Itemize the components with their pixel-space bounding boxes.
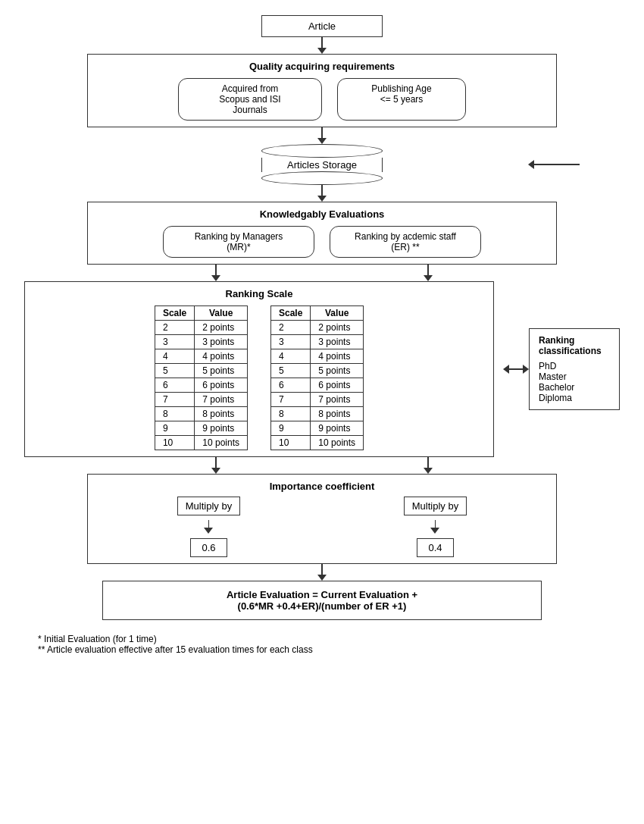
scopus-box: Acquired fromScopus and ISIJournals xyxy=(178,78,322,121)
ranking-scale-section: Ranking Scale Scale Value 22 points33 po… xyxy=(24,281,494,457)
importance-coeff-section: Importance coefficient Multiply by 0.6 M… xyxy=(87,474,557,564)
list-item: PhD xyxy=(539,361,610,371)
double-arrow-row2 xyxy=(87,457,557,474)
table-row: 88 points xyxy=(271,407,364,421)
coeff-right-box: 0.4 xyxy=(417,538,453,557)
ranking-scale-inner: Scale Value 22 points33 points44 points5… xyxy=(33,305,486,450)
coeff-left-box: 0.6 xyxy=(190,538,227,557)
article-box: Article xyxy=(261,15,383,37)
list-item: Master xyxy=(539,371,610,382)
table-row: 44 points xyxy=(155,349,247,364)
table2-header-value: Value xyxy=(311,306,364,321)
table-row: 66 points xyxy=(271,378,364,393)
ranking-classifications-label: Ranking classifications xyxy=(539,335,610,356)
double-arrow-row xyxy=(87,265,557,281)
articles-storage-label: Articles Storage xyxy=(287,159,357,171)
final-eval-line1: Article Evaluation = Current Evaluation … xyxy=(227,589,417,600)
footnote2: ** Article evaluation effective after 15… xyxy=(38,644,530,655)
knowledgably-eval-label: Knowledgably Evaluations xyxy=(95,208,549,220)
list-item: Bachelor xyxy=(539,382,610,393)
ranking-classifications-box: Ranking classifications PhDMasterBachelo… xyxy=(529,328,620,410)
table1-header-value: Value xyxy=(195,306,248,321)
table-row: 22 points xyxy=(155,321,247,335)
coeff-right-value: 0.4 xyxy=(428,542,442,553)
ranking-managers-box: Ranking by Managers(MR)* xyxy=(163,226,314,258)
table-row: 99 points xyxy=(155,421,247,436)
articles-storage-cylinder: Articles Storage xyxy=(261,144,383,185)
multiply-right-box: Multiply by xyxy=(404,497,467,515)
flowchart: Article Quality acquiring requirements A… xyxy=(15,15,629,655)
table-row: 33 points xyxy=(271,335,364,349)
table-row: 77 points xyxy=(271,393,364,407)
quality-req-label: Quality acquiring requirements xyxy=(95,61,549,72)
publishing-age-box: Publishing Age<= 5 years xyxy=(337,78,466,121)
ranking-table-right: Scale Value 22 points33 points44 points5… xyxy=(270,305,364,450)
multiply-left-col: Multiply by 0.6 xyxy=(177,497,240,557)
arrow3 xyxy=(317,185,327,202)
right-to-cylinder-arrow xyxy=(528,160,580,169)
article-label: Article xyxy=(308,20,336,32)
table-row: 66 points xyxy=(155,378,247,393)
list-item: Diploma xyxy=(539,393,610,403)
coeff-left-value: 0.6 xyxy=(202,542,215,553)
table-row: 77 points xyxy=(155,393,247,407)
multiply-right-col: Multiply by 0.4 xyxy=(404,497,467,557)
table1-header-scale: Scale xyxy=(155,306,194,321)
classifications-connector: Ranking classifications PhDMasterBachelo… xyxy=(503,328,620,410)
table2-header-scale: Scale xyxy=(271,306,311,321)
final-eval-line2: (0.6*MR +0.4+ER)/(number of ER +1) xyxy=(238,600,407,612)
ranking-scale-label: Ranking Scale xyxy=(33,288,486,299)
multiply-left-box: Multiply by xyxy=(177,497,240,515)
table-row: 1010 points xyxy=(271,436,364,450)
knowledgably-eval-section: Knowledgably Evaluations Ranking by Mana… xyxy=(87,202,557,265)
table-row: 88 points xyxy=(155,407,247,421)
table-row: 33 points xyxy=(155,335,247,349)
multiply-left-label: Multiply by xyxy=(186,500,232,512)
table-row: 55 points xyxy=(271,364,364,378)
arrow1 xyxy=(317,37,327,54)
footnotes: * Initial Evaluation (for 1 time) ** Art… xyxy=(38,634,530,655)
table-row: 44 points xyxy=(271,349,364,364)
table-row: 22 points xyxy=(271,321,364,335)
importance-inner: Multiply by 0.6 Multiply by xyxy=(95,497,549,557)
ranking-academic-box: Ranking by acdemic staff(ER) ** xyxy=(330,226,481,258)
ranking-table-left: Scale Value 22 points33 points44 points5… xyxy=(155,305,248,450)
table-row: 1010 points xyxy=(155,436,247,450)
table-row: 55 points xyxy=(155,364,247,378)
double-head-arrow xyxy=(503,365,529,374)
arrow4 xyxy=(317,564,327,581)
multiply-right-label: Multiply by xyxy=(412,500,458,512)
footnote1: * Initial Evaluation (for 1 time) xyxy=(38,634,530,644)
ranking-scale-row: Ranking Scale Scale Value 22 points33 po… xyxy=(24,281,620,457)
table-row: 99 points xyxy=(271,421,364,436)
final-eval-box: Article Evaluation = Current Evaluation … xyxy=(102,581,542,620)
arrow2 xyxy=(317,127,327,144)
articles-storage-wrapper: Articles Storage xyxy=(57,144,587,185)
importance-coeff-label: Importance coefficient xyxy=(270,481,375,492)
quality-req-section: Quality acquiring requirements Acquired … xyxy=(87,54,557,127)
